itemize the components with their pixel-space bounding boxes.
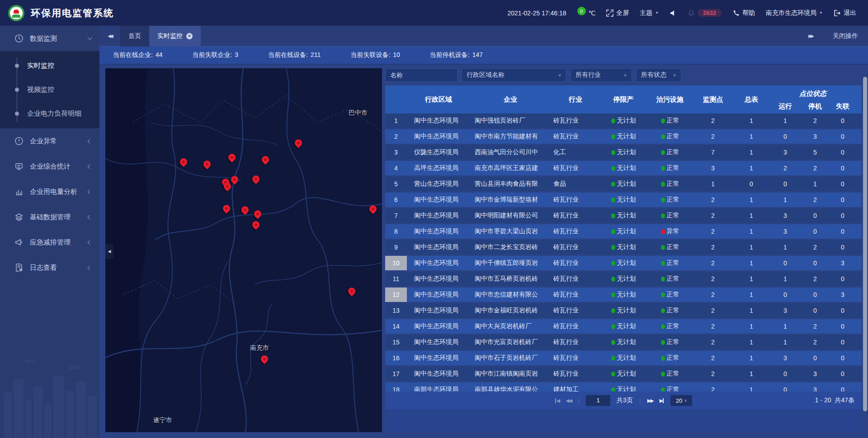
table-row[interactable]: 6 阆中生态环境局 阆中市金博瑞新型墙材 砖瓦行业 无计划 正常 — [385, 193, 862, 207]
table-row[interactable]: 9 阆中生态环境局 阆中市二龙长宝页岩砖 砖瓦行业 无计划 正常 — [385, 240, 862, 254]
map-pin-marker[interactable] — [180, 158, 187, 165]
row-region-cell: 南部生态环境局 — [407, 386, 470, 391]
table-row[interactable]: 3 仪陇生态环境局 西南油气田分公司川中 化工 无计划 正常 — [385, 145, 862, 160]
map-pin-marker[interactable] — [203, 160, 211, 168]
sidebar-subitem-realtime-monitoring[interactable]: 实时监控 — [0, 54, 99, 78]
mute-button[interactable] — [670, 9, 677, 17]
sidebar-item-power-usage-analysis[interactable]: 企业用电量分析 — [0, 179, 99, 204]
map-pin-marker[interactable] — [295, 139, 302, 146]
page-number-input[interactable]: 1 — [586, 395, 610, 406]
pin-icon — [259, 354, 270, 364]
pin-icon — [222, 203, 232, 214]
table-row[interactable]: 10 阆中生态环境局 阆中千佛镇五郎垭页岩 砖瓦行业 无计划 正常 — [385, 256, 862, 270]
table-row[interactable]: 15 阆中生态环境局 阆中市光富页岩机砖厂 砖瓦行业 无计划 正常 — [385, 335, 862, 349]
help-button[interactable]: 帮助 — [732, 9, 755, 17]
sidebar-subitem-power-load-detail[interactable]: 企业电力负荷明细 — [0, 102, 99, 126]
map-pin-marker[interactable] — [369, 205, 377, 212]
last-page-button[interactable]: ▶ — [660, 398, 664, 404]
map-pin-marker[interactable] — [252, 221, 259, 228]
alert-circle-icon — [14, 137, 24, 146]
map-panel-collapse-button[interactable]: ◀ — [105, 244, 113, 259]
range-text: 1 - 20 — [815, 396, 831, 404]
status-dot-green — [611, 387, 615, 392]
table-row[interactable]: 5 营山生态环境局 营山县润丰肉食品有限 食品 无计划 正常 — [385, 177, 862, 191]
map-pin-marker[interactable] — [241, 206, 249, 213]
map-pin-marker[interactable] — [262, 156, 269, 163]
exit-label: 退出 — [844, 9, 856, 17]
exit-button[interactable]: 退出 — [834, 9, 856, 17]
org-dropdown[interactable]: 南充市生态环境局 ▼ — [766, 9, 823, 17]
row-stop-plan-cell: 无计划 — [600, 322, 646, 330]
row-index-cell: 12 — [385, 287, 407, 302]
table-row[interactable]: 12 阆中生态环境局 阆中市忠信建材有限公 砖瓦行业 无计划 正常 — [385, 287, 862, 302]
map-pin-marker[interactable] — [223, 205, 230, 212]
row-index-cell: 10 — [385, 256, 407, 270]
page-size-select[interactable]: 20 ∨ — [670, 395, 692, 406]
table-row[interactable]: 1 阆中生态环境局 阆中强锐页岩砖厂 砖瓦行业 无计划 正常 — [385, 113, 862, 128]
sidebar-item-data-monitoring[interactable]: 数据监测 — [0, 26, 99, 51]
fullscreen-button[interactable]: 全屏 — [606, 9, 629, 17]
sidebar-item-emergency-reduction[interactable]: 应急减排管理 — [0, 230, 99, 255]
tab-close-icon[interactable]: × — [186, 33, 193, 39]
notifications[interactable]: 2632 — [688, 9, 722, 17]
tab-realtime-monitoring[interactable]: 实时监控 × — [149, 26, 201, 47]
table-row[interactable]: 18 南部生态环境局 南部县雄华水泥有限公 建材加工 无计划 正常 — [385, 382, 862, 391]
stop-plan-text: 无计划 — [617, 117, 636, 125]
sidebar-subitem-video-monitoring[interactable]: 视频监控 — [0, 78, 99, 102]
row-company-cell: 阆中大兴页岩机砖厂 — [470, 322, 551, 330]
name-filter-input[interactable] — [390, 71, 453, 79]
map-canvas[interactable] — [105, 68, 382, 432]
table-row[interactable]: 8 阆中生态环境局 阆中市枣碧大梁山页岩 砖瓦行业 无计划 异常 — [385, 224, 862, 239]
table-row[interactable]: 13 阆中生态环境局 阆中市金福旺页岩机砖 砖瓦行业 无计划 正常 — [385, 303, 862, 318]
row-lost-cell: 0 — [830, 149, 855, 156]
table-row[interactable]: 16 阆中生态环境局 阆中市石子页岩机砖厂 砖瓦行业 无计划 正常 — [385, 351, 862, 365]
facility-status-dot — [661, 229, 665, 234]
tab-label: 实时监控 — [157, 32, 183, 40]
table-row[interactable]: 17 阆中生态环境局 阆中市江南镇阆南页岩 砖瓦行业 无计划 正常 — [385, 367, 862, 381]
table-row[interactable]: 14 阆中生态环境局 阆中大兴页岩机砖厂 砖瓦行业 无计划 正常 — [385, 319, 862, 334]
table-row[interactable]: 2 阆中生态环境局 阆中市南方节能建材有 砖瓦行业 无计划 正常 — [385, 129, 862, 144]
industry-filter-select[interactable]: 所有行业 ∨ — [571, 68, 632, 82]
map-pin-marker[interactable] — [252, 175, 259, 183]
next-page-button[interactable]: ▶▶ — [647, 398, 653, 404]
map-pin-marker[interactable] — [348, 287, 355, 295]
tabs-scroll-left-button[interactable]: ◀◀ — [99, 33, 120, 38]
stat-label: 当前在线设备: — [268, 51, 308, 59]
region-filter-select[interactable]: 行政区域名称 ∨ — [462, 68, 566, 82]
table-row[interactable]: 11 阆中生态环境局 阆中市五马桥页岩机砖 砖瓦行业 无计划 正常 — [385, 272, 862, 286]
row-industry-cell: 砖瓦行业 — [551, 132, 600, 141]
map-pin-marker[interactable] — [224, 183, 231, 190]
previous-page-button[interactable]: ◀◀ — [566, 398, 571, 404]
map-pin-marker[interactable] — [254, 210, 261, 217]
sidebar-item-log-view[interactable]: 日志查看 — [0, 255, 99, 280]
map-pin-marker[interactable] — [228, 154, 236, 161]
theme-dropdown[interactable]: 主题 ▼ — [640, 9, 659, 17]
row-monitor-cell: 2 — [693, 386, 732, 391]
chevron-down-icon: ∨ — [558, 73, 561, 77]
map-pin-marker[interactable] — [261, 355, 268, 363]
table-row[interactable]: 4 高坪生态环境局 南充市高坪区王家店建 砖瓦行业 无计划 正常 — [385, 161, 862, 175]
tabs-scroll-right-button[interactable]: ▶▶ — [800, 33, 821, 38]
close-operations-button[interactable]: 关闭操作 — [833, 32, 858, 40]
row-facility-cell: 正常 — [646, 132, 693, 141]
chevron-left-icon — [88, 240, 92, 245]
row-index-cell: 2 — [385, 129, 407, 144]
row-monitor-cell: 7 — [693, 149, 732, 156]
sidebar-item-enterprise-abnormal[interactable]: 企业异常 — [0, 128, 99, 154]
sidebar-item-enterprise-statistics[interactable]: 企业综合统计 — [0, 154, 99, 179]
stat-label: 当前在线企业: — [113, 51, 153, 59]
row-stop-plan-cell: 无计划 — [600, 259, 646, 267]
status-filter-select[interactable]: 所有状态 ∨ — [636, 68, 681, 82]
sidebar-item-base-data-management[interactable]: 基础数据管理 — [0, 204, 99, 230]
map-pin-marker[interactable] — [231, 176, 238, 183]
stop-plan-text: 无计划 — [617, 243, 636, 251]
first-page-button[interactable]: ◀ — [555, 398, 559, 404]
page-scrollbar-thumb[interactable] — [863, 77, 867, 411]
name-filter-field[interactable] — [385, 68, 458, 82]
stop-plan-text: 无计划 — [617, 275, 636, 283]
table-row[interactable]: 7 阆中生态环境局 阆中明阳建材有限公司 砖瓦行业 无计划 正常 — [385, 208, 862, 223]
tab-home[interactable]: 首页 — [120, 26, 149, 47]
row-index-cell: 17 — [385, 367, 407, 381]
column-header-total-meter: 总表 — [732, 85, 770, 113]
row-down-cell: 3 — [800, 370, 830, 377]
